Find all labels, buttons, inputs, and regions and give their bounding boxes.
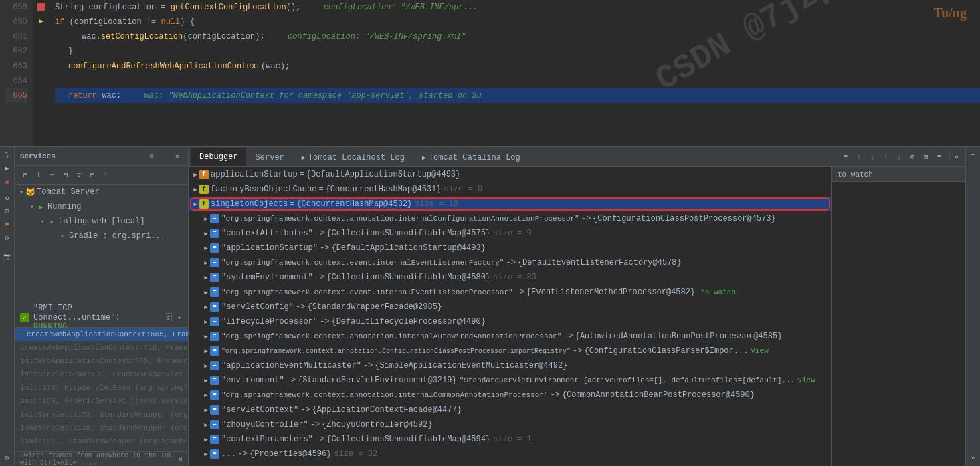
var-singletonObjects[interactable]: ▶ f singletonObjects = {ConcurrentHashMa… — [189, 197, 831, 211]
var-row16-name: "contextParameters" — [221, 435, 313, 444]
services-panel: ⤵ ▶ ■ ↻ ⊞ ⚑ ⚙ 📷 ⚙ Services ⚙ — ✕ ⊞ ↕ ↔ ⊟… — [0, 147, 980, 466]
stack-frame-4[interactable]: initServletBean:531, FrameworkServlet (o… — [15, 368, 188, 381]
sidebar-btn-4[interactable]: ↻ — [2, 193, 13, 203]
tree-item-running[interactable]: ▾ ▶ Running — [15, 199, 188, 214]
var-row10-value: {ConfigurationClassParser$Impor... — [585, 346, 749, 356]
settings-icon[interactable]: ⚙ — [146, 151, 157, 162]
sidebar-btn-1[interactable]: ⤵ — [2, 150, 13, 160]
var-row17[interactable]: ▶ = ... -> {Properties@4596} size = 82 — [189, 447, 831, 461]
close-hint-btn[interactable]: ✕ — [178, 455, 183, 463]
collapse-btn[interactable]: ↔ — [47, 170, 58, 181]
code-hint-665: wac: "WebApplicationContext for namespac… — [134, 88, 481, 103]
variables-panel: ▶ f applicationStartup = {DefaultApplica… — [189, 167, 831, 466]
var-row11-eq: -> — [363, 361, 373, 370]
var-row5[interactable]: ▶ = "systemEnvironment" -> {Collections$… — [189, 270, 831, 285]
right-btn1[interactable]: + — [968, 150, 979, 160]
sidebar-btn-8[interactable]: 📷 — [2, 251, 13, 262]
var-row12-arrow: ▶ — [202, 376, 210, 384]
var-row4[interactable]: ▶ = "org.springframework.context.event.i… — [189, 255, 831, 270]
code-line-663: configureAndRefreshWebApplicationContext… — [55, 59, 980, 74]
tomcat-label: Tomcat Server — [37, 187, 100, 197]
sort-btn[interactable]: ⊞ — [87, 170, 98, 181]
stack-frame-8[interactable]: loadServlet:1118, StandardWrapper (org.a… — [15, 421, 188, 435]
tree-item-tuling-web[interactable]: ▾ ✦ tuling-web [local] — [15, 214, 188, 229]
var-row17-arrow: ▶ — [202, 450, 210, 458]
var-row6-eq: -> — [515, 287, 524, 297]
var-row12[interactable]: ▶ = "environment" -> {StandardServletEnv… — [189, 373, 831, 388]
var-row2[interactable]: ▶ = "contextAttributes" -> {Collections$… — [189, 226, 831, 241]
tab-tomcat-localhost[interactable]: ▶ Tomcat Localhost Log — [294, 148, 413, 166]
var-row9-eq: -> — [563, 332, 573, 341]
tab-debugger-label: Debugger — [199, 152, 238, 162]
tree-btn4[interactable]: ⊟ — [60, 170, 71, 181]
code-line-662: } — [55, 44, 980, 59]
tt-btn4[interactable]: ↑ — [880, 151, 892, 163]
sidebar-btn-3[interactable]: ■ — [2, 177, 13, 187]
tt-btn1[interactable]: ≡ — [840, 151, 852, 163]
var-row6[interactable]: ▶ = "org.springframework.context.event.i… — [189, 285, 831, 300]
code-hint-661: configLocation: "/WEB-INF/spring.xml" — [278, 29, 466, 44]
var-factoryBean-icon: f — [199, 185, 209, 194]
var-row13[interactable]: ▶ = "org.springframework.context.annotat… — [189, 388, 831, 402]
panel-expand-btn[interactable]: » — [949, 153, 963, 161]
line-659: 659 — [5, 0, 27, 15]
var-row9[interactable]: ▶ = "org.springframework.context.annotat… — [189, 329, 831, 344]
tt-btn3[interactable]: ↓ — [866, 151, 878, 163]
tree-item-gradle[interactable]: ✦ Gradle : org.spri... — [15, 229, 188, 243]
view-link-10[interactable]: View — [751, 347, 768, 355]
tuling-label: tuling-web [local] — [58, 217, 145, 226]
var-row10[interactable]: ▶ = "org.springframework.context.annotat… — [189, 344, 831, 358]
rmi-dropdown-btn[interactable]: ▾ — [176, 313, 183, 322]
code-text: } — [55, 44, 73, 59]
to-watch-link[interactable]: to watch — [700, 288, 736, 296]
tt-btn2[interactable]: ↑ — [853, 151, 865, 163]
right-btn3[interactable]: » — [968, 453, 979, 463]
var-row5-icon: = — [210, 273, 219, 282]
var-row3[interactable]: ▶ = "applicationStartup" -> {DefaultAppl… — [189, 241, 831, 255]
right-btn2[interactable]: — — [968, 162, 979, 173]
tt-btn7[interactable]: ⊞ — [920, 151, 932, 163]
tab-server[interactable]: Server — [248, 148, 292, 166]
rmi-filter-btn[interactable]: ▽ — [165, 313, 172, 322]
sidebar-btn-6[interactable]: ⚑ — [2, 219, 13, 230]
watch-panel: to watch — [831, 167, 965, 466]
refresh-btn[interactable]: ⊞ — [20, 170, 31, 181]
stack-frame-2[interactable]: createWebApplicationContext:710, Framewo… — [15, 341, 188, 354]
stack-frame-7[interactable]: initServlet:1173, StandardWrapper (org.a… — [15, 408, 188, 421]
tab-debugger[interactable]: Debugger — [191, 148, 246, 166]
var-appStartup[interactable]: ▶ f applicationStartup = {DefaultApplica… — [189, 167, 831, 182]
stack-frame-3[interactable]: initWebApplicationContext:565, Framework… — [15, 354, 188, 368]
add-btn[interactable]: + — [100, 170, 111, 181]
var-row15[interactable]: ▶ = "zhouyuController" -> {ZhouyuControl… — [189, 417, 831, 432]
running-arrow: ▾ — [28, 203, 36, 211]
var-factoryBean[interactable]: ▶ f factoryBeanObjectCache = {Concurrent… — [189, 182, 831, 197]
expand-all-btn[interactable]: ↕ — [33, 170, 44, 181]
tt-btn6[interactable]: ⚙ — [906, 151, 918, 163]
var-row11[interactable]: ▶ = "applicationEventMulticaster" -> {Si… — [189, 358, 831, 373]
sidebar-btn-5[interactable]: ⊞ — [2, 206, 13, 217]
stack-frame-9[interactable]: load:1011, StandardWrapper (org.apache.c… — [15, 435, 188, 448]
close-panel-icon[interactable]: ✕ — [172, 151, 183, 162]
svg-marker-2 — [39, 19, 44, 23]
var-row14[interactable]: ▶ = "servletContext" -> {ApplicationCont… — [189, 402, 831, 417]
var-row2-value: {Collections$UnmodifiableMap@4575} — [326, 229, 490, 238]
var-row7[interactable]: ▶ = "servletConfig" -> {StandardWrapperF… — [189, 300, 831, 314]
tt-btn5[interactable]: ↓ — [893, 151, 905, 163]
tt-btn8[interactable]: ≡ — [933, 151, 945, 163]
tree-item-tomcat[interactable]: ▾ 🐱 Tomcat Server — [15, 185, 188, 199]
sidebar-btn-9[interactable]: ⚙ — [2, 453, 13, 463]
view-link-12[interactable]: View — [797, 376, 815, 384]
var-row8[interactable]: ▶ = "lifecycleProcessor" -> {DefaultLife… — [189, 314, 831, 329]
var-row11-value: {SimpleApplicationEventMulticaster@4492} — [375, 361, 567, 370]
tab-tomcat-catalina[interactable]: ▶ Tomcat Catalina Log — [414, 148, 528, 166]
filter-btn[interactable]: ▽ — [74, 170, 84, 181]
sidebar-btn-7[interactable]: ⚙ — [2, 233, 13, 243]
gear-icon[interactable]: — — [159, 151, 170, 162]
var-row1[interactable]: ▶ = "org.springframework.context.annotat… — [189, 211, 831, 226]
stack-frame-1[interactable]: ← createWebApplicationContext:665, Frame… — [15, 328, 188, 341]
stack-frame-5[interactable]: init:173, HttpServletBean (org.springfra… — [15, 381, 188, 394]
var-row7-value: {StandardWrapperFacade@2985} — [307, 302, 442, 312]
sidebar-btn-2[interactable]: ▶ — [2, 163, 13, 174]
var-row16[interactable]: ▶ = "contextParameters" -> {Collections$… — [189, 432, 831, 447]
stack-frame-6[interactable]: init:158, GenericServlet (javax.servlet) — [15, 394, 188, 408]
